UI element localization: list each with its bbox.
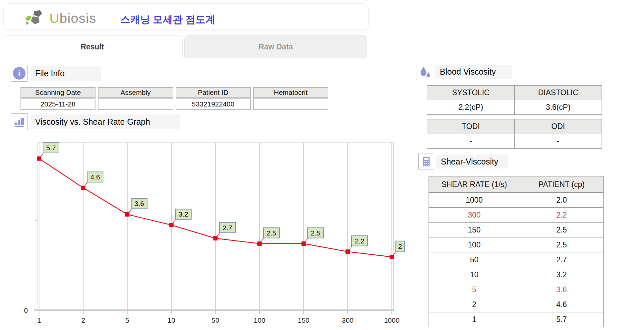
shear-rate-cell: 100 [429, 237, 520, 252]
assembly-header: Assembly [98, 87, 173, 98]
svg-text:10: 10 [167, 316, 175, 324]
svg-text:1: 1 [37, 316, 41, 324]
shear-table-header-row: SHEAR RATE (1/s) PATIENT (cp) [429, 176, 603, 192]
blood-viscosity-icon-box [417, 64, 433, 80]
shear-viscosity-icon-box [418, 154, 434, 169]
diastolic-value: 3.6(cP) [514, 100, 602, 114]
todi-header: TODI [427, 119, 514, 134]
svg-text:2: 2 [81, 316, 85, 324]
svg-text:2.7: 2.7 [222, 224, 232, 231]
patient-viscosity-cell: 2.0 [520, 192, 603, 207]
shear-table-row: 24.6 [429, 297, 603, 312]
chart-gridlines [39, 143, 392, 310]
chart-x-tick-labels: 12510501001503001000 [37, 316, 399, 324]
tab-raw-data[interactable]: Raw Data [184, 35, 367, 58]
systolic-diastolic-table: SYSTOLIC DIASTOLIC 2.2(cP) 3.6(cP) [427, 85, 602, 115]
shear-table-row: 53.6 [429, 282, 603, 297]
todi-odi-table: TODI ODI - - [427, 119, 602, 149]
graph-section-title: Viscosity vs. Shear Rate Graph [30, 114, 180, 129]
scanning-date-header: Scanning Date [21, 87, 95, 98]
patient-viscosity-cell: 2.2 [520, 207, 603, 222]
svg-text:4.6: 4.6 [90, 173, 100, 181]
shear-rate-cell: 1 [429, 312, 520, 327]
hematocrit-value [253, 99, 328, 110]
patient-viscosity-cell: 4.6 [520, 297, 603, 312]
header-card: Ubiosis 스캐닝 모세관 점도계 [3, 3, 369, 30]
svg-text:100: 100 [254, 316, 265, 324]
scanning-date-value: 2025-11-28 [21, 99, 95, 110]
patient-column-header: PATIENT (cp) [520, 176, 603, 192]
shear-rate-cell: 2 [429, 297, 520, 312]
file-info-assembly: Assembly [98, 87, 173, 110]
svg-text:50: 50 [211, 316, 219, 324]
tab-result[interactable]: Result [2, 35, 183, 58]
shear-rate-column-header: SHEAR RATE (1/s) [429, 176, 520, 192]
file-info-hematocrit: Hematocrit [253, 87, 328, 110]
tab-raw-data-label: Raw Data [259, 42, 293, 51]
patient-id-header: Patient ID [176, 87, 251, 98]
blood-viscosity-section-title: Blood Viscosity [435, 65, 512, 79]
calculator-icon [420, 155, 433, 168]
file-info-section-title: File Info [30, 66, 101, 81]
shear-viscosity-section-title: Shear-Viscosity [436, 155, 508, 168]
svg-text:2: 2 [398, 242, 402, 250]
shear-table-row: 15.7 [429, 312, 603, 327]
patient-viscosity-cell: 3.6 [520, 282, 603, 297]
svg-text:5.7: 5.7 [46, 144, 56, 152]
ubiosis-logo: Ubiosis [24, 10, 96, 27]
logo-letter-u: U [49, 11, 60, 26]
file-info-scanning-date: Scanning Date 2025-11-28 [21, 87, 95, 110]
svg-text:5: 5 [125, 316, 129, 324]
todi-value: - [427, 134, 514, 148]
odi-header: ODI [514, 119, 602, 134]
patient-viscosity-cell: 2.7 [520, 252, 603, 267]
chart-y-zero-label: 0 [24, 306, 28, 314]
ubiosis-logo-text: Ubiosis [49, 12, 96, 25]
svg-text:3.6: 3.6 [134, 200, 144, 207]
svg-text:2.5: 2.5 [311, 229, 320, 237]
info-icon: i [13, 67, 26, 80]
blood-drops-icon [418, 65, 432, 79]
shear-viscosity-table: SHEAR RATE (1/s) PATIENT (cp) 10002.0300… [429, 176, 604, 327]
hematocrit-header: Hematocrit [253, 87, 328, 98]
svg-text:150: 150 [298, 316, 309, 324]
viscosity-shear-rate-chart: 1251050100150300100005.74.63.63.22.72.52… [21, 139, 428, 330]
systolic-header: SYSTOLIC [427, 86, 514, 100]
shear-rate-cell: 5 [429, 282, 520, 297]
shear-table-body: 10002.03002.21502.51002.5502.7103.253.62… [429, 192, 603, 327]
patient-viscosity-cell: 3.2 [520, 267, 603, 282]
shear-table-row: 1502.5 [429, 222, 603, 237]
patient-viscosity-cell: 2.5 [520, 222, 603, 237]
bar-chart-icon [13, 115, 26, 128]
shear-table-row: 10002.0 [429, 192, 603, 207]
patient-viscosity-cell: 2.5 [520, 237, 603, 252]
systolic-value: 2.2(cP) [427, 100, 514, 114]
graph-icon-box [11, 113, 28, 130]
logo-text-rest: biosis [60, 11, 96, 26]
patient-id-value: 53321922400 [176, 99, 251, 110]
shear-rate-cell: 50 [429, 252, 520, 267]
svg-text:3.2: 3.2 [178, 210, 188, 218]
shear-table-row: 1002.5 [429, 237, 603, 252]
tab-result-label: Result [81, 42, 104, 51]
shear-table-row: 502.7 [429, 252, 603, 267]
shear-table-row: 103.2 [429, 267, 603, 282]
svg-text:2.2: 2.2 [355, 237, 364, 245]
file-info-icon-box: i [11, 65, 28, 82]
ubiosis-logo-icon [24, 10, 49, 27]
odi-value: - [514, 134, 602, 148]
shear-rate-cell: 10 [429, 267, 520, 282]
svg-text:2.5: 2.5 [266, 229, 276, 237]
assembly-value [98, 99, 173, 110]
diastolic-header: DIASTOLIC [514, 86, 602, 100]
patient-viscosity-cell: 5.7 [520, 312, 603, 327]
file-info-patient-id: Patient ID 53321922400 [176, 87, 251, 110]
chart-x-axis [34, 221, 394, 314]
shear-rate-cell: 300 [429, 207, 520, 222]
shear-table-row: 3002.2 [429, 207, 603, 222]
shear-rate-cell: 1000 [429, 192, 520, 207]
shear-rate-cell: 150 [429, 222, 520, 237]
app-window: Ubiosis 스캐닝 모세관 점도계 Result Raw Data i Fi… [0, 0, 644, 330]
svg-text:1000: 1000 [384, 316, 400, 324]
svg-text:300: 300 [342, 316, 353, 324]
